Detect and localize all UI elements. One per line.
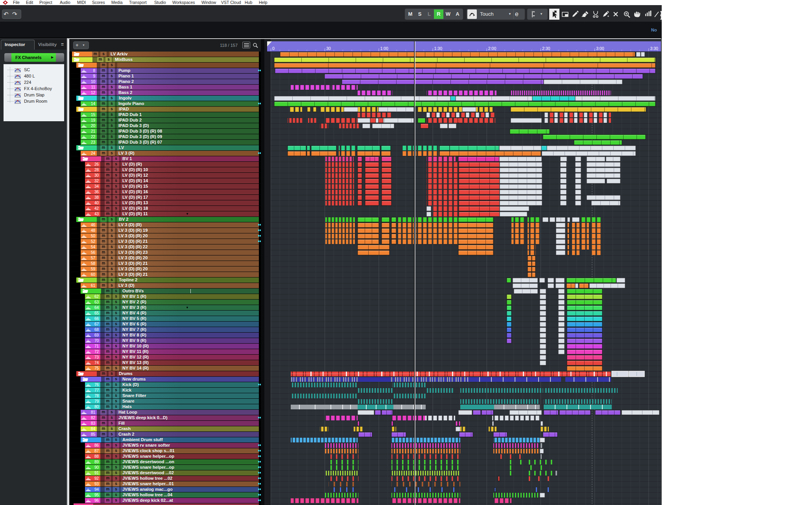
- svg-text:3:30: 3:30: [650, 46, 658, 51]
- svg-text:2:00: 2:00: [488, 46, 496, 51]
- svg-text:1:30: 1:30: [434, 46, 443, 51]
- svg-text:3:00: 3:00: [596, 46, 604, 51]
- svg-text:1:00: 1:00: [380, 46, 388, 51]
- svg-text:30: 30: [326, 46, 331, 51]
- svg-text:2:30: 2:30: [542, 46, 550, 51]
- svg-text:0: 0: [272, 46, 275, 51]
